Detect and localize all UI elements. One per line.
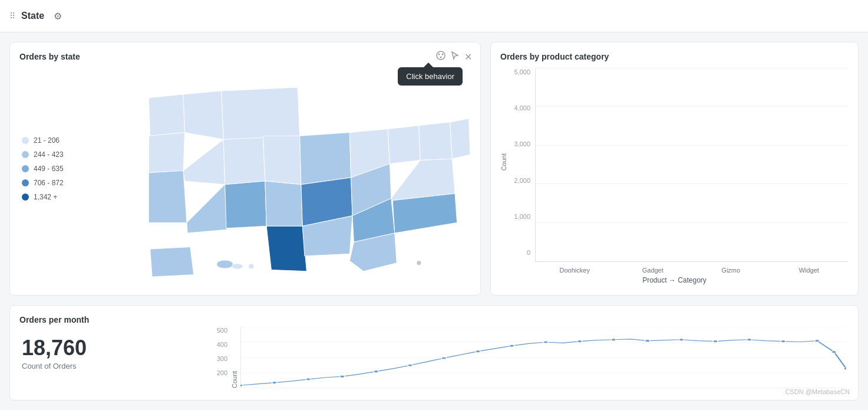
svg-point-27 — [679, 339, 684, 341]
svg-point-2 — [442, 54, 444, 55]
svg-point-15 — [272, 382, 276, 384]
svg-point-33 — [844, 368, 846, 370]
bar-plot-area: Doohickey Gadget Gizmo Widget — [535, 68, 849, 274]
legend-item-4: 706 - 872 — [22, 179, 64, 187]
svg-point-6 — [249, 264, 254, 269]
bar-label-widget: Widget — [799, 267, 819, 274]
gear-icon[interactable]: ⚙ — [54, 11, 62, 22]
svg-point-31 — [815, 340, 820, 342]
svg-point-30 — [781, 340, 786, 343]
svg-point-32 — [831, 351, 836, 353]
svg-point-19 — [408, 364, 412, 366]
legend-dot-5 — [22, 193, 29, 201]
svg-point-1 — [438, 54, 440, 55]
svg-point-0 — [437, 51, 445, 60]
svg-point-21 — [476, 350, 480, 353]
bar-chart-inner: Count 5,000 4,000 3,000 2,000 1,000 0 — [500, 68, 849, 274]
legend-item-1: 21 - 206 — [22, 136, 64, 145]
header: ⠿ State ⚙ — [0, 0, 868, 32]
svg-point-29 — [747, 339, 751, 341]
svg-point-17 — [340, 375, 345, 378]
legend-dot-3 — [22, 165, 29, 172]
close-icon[interactable]: ✕ — [464, 51, 472, 63]
x-label-doohickey: Doohickey — [541, 264, 609, 274]
map-card-title: Orders by state — [19, 52, 471, 61]
line-y-tick-200: 200 — [217, 369, 227, 376]
svg-point-23 — [543, 341, 548, 343]
y-tick-5000: 5,000 — [514, 68, 530, 76]
svg-point-14 — [240, 384, 243, 386]
x-label-gadget: Gadget — [619, 264, 687, 274]
legend-label-3: 449 - 635 — [34, 165, 64, 173]
x-label-widget: Widget — [775, 264, 843, 274]
bars-container — [535, 68, 849, 262]
bar-chart-area: Count 5,000 4,000 3,000 2,000 1,000 0 — [500, 68, 849, 284]
line-card-title: Orders per month — [19, 315, 849, 324]
bar-card-title: Orders by product category — [500, 52, 849, 61]
main-content: Orders by state ✕ Click behavior — [0, 32, 868, 410]
line-y-tick-400: 400 — [217, 341, 227, 348]
legend-item-5: 1,342 + — [22, 193, 64, 201]
line-chart-area: 500 400 300 200 Count — [210, 327, 846, 388]
legend-dot-4 — [22, 179, 29, 186]
x-axis-title: Product → Category — [500, 276, 849, 284]
palette-icon[interactable] — [436, 51, 445, 63]
legend-label-5: 1,342 + — [34, 193, 57, 201]
metric-section: 18,760 Count of Orders — [22, 336, 87, 370]
drag-icon: ⠿ — [9, 11, 15, 21]
svg-point-28 — [713, 340, 718, 343]
y-tick-0: 0 — [527, 249, 530, 256]
legend-label-1: 21 - 206 — [34, 136, 60, 145]
svg-point-24 — [577, 340, 582, 343]
legend: 21 - 206 244 - 423 449 - 635 706 - 872 1… — [22, 136, 64, 201]
legend-dot-2 — [22, 151, 29, 158]
svg-point-25 — [611, 339, 616, 341]
cursor-icon[interactable] — [450, 51, 460, 63]
page-title: State — [21, 11, 44, 21]
y-tick-2000: 2,000 — [514, 177, 530, 184]
line-card: Orders per month 18,760 Count of Orders … — [9, 305, 859, 401]
legend-item-3: 449 - 635 — [22, 165, 64, 173]
watermark: CSDN @MetabaseCN — [785, 388, 850, 395]
metric-label: Count of Orders — [22, 362, 87, 370]
svg-point-26 — [645, 340, 650, 342]
svg-point-22 — [509, 345, 514, 347]
line-y-tick-300: 300 — [217, 355, 227, 362]
map-card: Orders by state ✕ Click behavior — [9, 42, 481, 296]
svg-point-3 — [440, 57, 442, 58]
y-axis-label: Count — [500, 153, 507, 170]
legend-dot-1 — [22, 137, 29, 144]
y-tick-3000: 3,000 — [514, 140, 530, 147]
line-y-tick-500: 500 — [217, 327, 227, 334]
bar-label-gizmo: Gizmo — [721, 267, 740, 274]
svg-point-7 — [417, 261, 421, 265]
svg-point-4 — [217, 260, 233, 268]
legend-label-4: 706 - 872 — [34, 179, 64, 187]
map-container — [128, 66, 474, 289]
svg-point-18 — [374, 370, 378, 373]
bar-card: Orders by product category Count 5,000 4… — [490, 42, 859, 296]
click-behavior-tooltip: Click behavior — [398, 67, 463, 86]
bar-label-doohickey: Doohickey — [560, 267, 590, 274]
legend-label-2: 244 - 423 — [34, 150, 64, 159]
svg-point-16 — [306, 378, 311, 381]
map-toolbar: ✕ — [436, 51, 472, 63]
svg-point-5 — [232, 264, 243, 269]
bar-label-gadget: Gadget — [642, 267, 664, 274]
metric-value: 18,760 — [22, 336, 87, 360]
y-tick-4000: 4,000 — [514, 104, 530, 111]
x-label-gizmo: Gizmo — [697, 264, 765, 274]
legend-item-2: 244 - 423 — [22, 150, 64, 159]
y-axis: 5,000 4,000 3,000 2,000 1,000 0 — [509, 68, 535, 274]
y-tick-1000: 1,000 — [514, 213, 530, 220]
svg-point-20 — [441, 357, 446, 359]
line-y-label: Count — [231, 371, 238, 388]
